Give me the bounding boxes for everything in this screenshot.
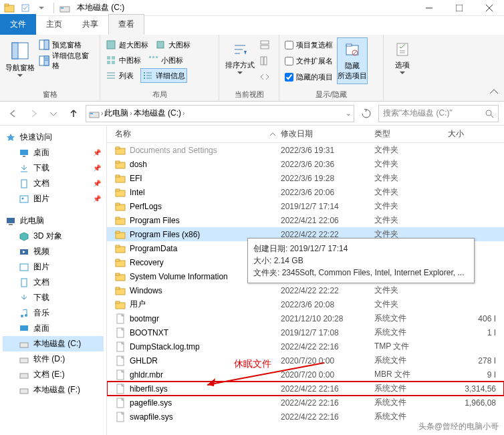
breadcrumb[interactable]: › 此电脑 › 本地磁盘 (C:) › ⌄ (86, 105, 354, 122)
file-row[interactable]: BOOTNXT2019/12/7 17:08系统文件1 I (107, 325, 504, 339)
file-name: Program Files (x86) (130, 230, 200, 239)
file-row[interactable]: 用户2022/3/6 20:08文件夹 (107, 297, 504, 311)
collapse-ribbon-button[interactable] (488, 86, 500, 98)
folder-icon (115, 271, 126, 282)
tab-file[interactable]: 文件 (0, 14, 36, 35)
file-row[interactable]: EFI2022/3/6 19:28文件夹 (107, 171, 504, 185)
nav-pane-button[interactable]: 导航窗格 (5, 37, 35, 80)
breadcrumb-thispc[interactable]: 此电脑 (104, 108, 128, 119)
refresh-button[interactable] (358, 106, 374, 122)
folder-icon (115, 257, 126, 268)
sidebar-pictures2[interactable]: 图片 (3, 259, 104, 275)
sidebar-videos[interactable]: 视频 (3, 244, 104, 259)
layout-small[interactable]: 小图标 (148, 53, 183, 67)
column-type[interactable]: 类型 (374, 128, 448, 140)
cube-icon (19, 231, 29, 242)
sidebar-documents[interactable]: 文档📌 (3, 176, 104, 191)
file-row[interactable]: ghldr.mbr2020/7/20 0:00MBR 文件9 I (107, 368, 504, 382)
sort-by-button[interactable]: 排序方式 (225, 37, 255, 78)
svg-line-52 (491, 115, 493, 118)
minimize-button[interactable] (414, 0, 444, 16)
file-row[interactable]: hiberfil.sys2022/4/22 22:16系统文件3,314,56 (107, 382, 504, 396)
tab-view[interactable]: 查看 (108, 14, 144, 35)
options-button[interactable]: 选项 (389, 37, 416, 78)
search-input[interactable]: 搜索"本地磁盘 (C:)" (378, 105, 499, 122)
group-label: 显示/隐藏 (285, 88, 378, 100)
file-row[interactable]: Program Files2022/4/21 22:06文件夹 (107, 213, 504, 227)
search-icon[interactable] (485, 109, 494, 118)
sidebar-edrive[interactable]: 文档 (E:) (3, 367, 104, 382)
layout-extra-large[interactable]: 超大图标 (106, 37, 148, 52)
add-columns-button[interactable] (259, 53, 270, 68)
svg-rect-56 (21, 180, 27, 188)
column-date[interactable]: 修改日期 (281, 128, 374, 140)
qat-dropdown[interactable] (35, 1, 48, 15)
file-row[interactable]: bootmgr2021/12/10 20:28系统文件406 I (107, 311, 504, 325)
layout-list[interactable]: 列表 (106, 68, 134, 83)
sidebar-desktop[interactable]: 桌面📌 (3, 145, 104, 160)
file-row[interactable]: Windows2022/4/22 22:22文件夹 (107, 283, 504, 297)
maximize-button[interactable] (444, 0, 474, 16)
sidebar-pictures[interactable]: 图片📌 (3, 191, 104, 206)
chevron-right-icon[interactable]: › (130, 110, 132, 117)
tab-share[interactable]: 共享 (72, 14, 108, 35)
file-row[interactable]: pagefile.sys2022/4/22 22:16系统文件1,966,08 (107, 396, 504, 410)
file-name: Intel (130, 188, 145, 197)
svg-rect-18 (157, 41, 164, 48)
chevron-right-icon[interactable]: › (101, 110, 103, 117)
pin-icon: 📌 (93, 149, 101, 156)
layout-details[interactable]: 详细信息 (140, 68, 187, 83)
size-columns-button[interactable] (259, 69, 270, 84)
back-button[interactable] (5, 106, 21, 122)
group-by-button[interactable] (259, 37, 270, 52)
drive-icon (19, 354, 29, 365)
drive-icon (59, 3, 70, 13)
recent-button[interactable] (45, 106, 61, 122)
file-size: 3,314,56 (448, 384, 504, 394)
file-row[interactable]: DumpStack.log.tmp2022/4/22 22:16TMP 文件 (107, 339, 504, 353)
sidebar-ddrive[interactable]: 软件 (D:) (3, 351, 104, 367)
chevron-down-icon[interactable]: ⌄ (346, 110, 351, 117)
file-extensions-toggle[interactable]: 文件扩展名 (285, 53, 333, 68)
svg-rect-68 (20, 358, 28, 363)
layout-medium[interactable]: 中图标 (106, 53, 141, 67)
file-date: 2022/4/22 22:16 (281, 398, 374, 408)
sidebar-downloads[interactable]: 下载📌 (3, 160, 104, 176)
preview-pane-button[interactable]: 预览窗格 (39, 37, 94, 52)
sidebar-cdrive[interactable]: 本地磁盘 (C:) (3, 336, 104, 351)
qat-button[interactable] (19, 1, 32, 15)
layout-large[interactable]: 大图标 (155, 37, 191, 52)
chevron-right-icon[interactable]: › (182, 110, 184, 117)
folder-icon (3, 1, 16, 15)
pc-icon (5, 216, 16, 227)
hide-selected-button[interactable]: 隐藏 所选项目 (337, 37, 368, 84)
file-row[interactable]: PerfLogs2019/12/7 17:14文件夹 (107, 199, 504, 213)
sidebar-quick-access[interactable]: 快速访问 (3, 130, 104, 145)
sidebar-3dobjects[interactable]: 3D 对象 (3, 229, 104, 244)
up-button[interactable] (66, 106, 82, 122)
sidebar-fdrive[interactable]: 本地磁盘 (F:) (3, 382, 104, 398)
file-row[interactable]: dosh2022/3/6 20:36文件夹 (107, 157, 504, 171)
file-row[interactable]: GHLDR2020/7/20 0:00系统文件278 I (107, 353, 504, 368)
close-button[interactable] (474, 0, 504, 16)
file-row[interactable]: Documents and Settings2022/3/6 19:31文件夹 (107, 143, 504, 157)
sidebar-documents2[interactable]: 文档 (3, 275, 104, 290)
hidden-items-toggle[interactable]: 隐藏的项目 (285, 69, 333, 84)
file-row[interactable]: Intel2022/3/6 20:06文件夹 (107, 185, 504, 199)
file-type: 系统文件 (374, 397, 448, 408)
sidebar-downloads2[interactable]: 下载 (3, 290, 104, 305)
breadcrumb-cdrive[interactable]: 本地磁盘 (C:) (134, 108, 181, 119)
tab-home[interactable]: 主页 (36, 14, 72, 35)
folder-icon (115, 173, 126, 184)
sidebar-thispc[interactable]: 此电脑 (3, 213, 104, 229)
column-name[interactable]: 名称 (107, 128, 281, 140)
item-checkboxes-toggle[interactable]: 项目复选框 (285, 37, 333, 52)
svg-rect-60 (9, 224, 13, 225)
sidebar-desktop2[interactable]: 桌面 (3, 321, 104, 336)
details-pane-button[interactable]: 详细信息窗格 (39, 53, 94, 68)
sidebar-music[interactable]: 音乐 (3, 305, 104, 321)
svg-rect-94 (116, 301, 120, 303)
forward-button[interactable] (25, 106, 41, 122)
column-size[interactable]: 大小 (448, 128, 504, 140)
svg-rect-17 (107, 41, 115, 49)
